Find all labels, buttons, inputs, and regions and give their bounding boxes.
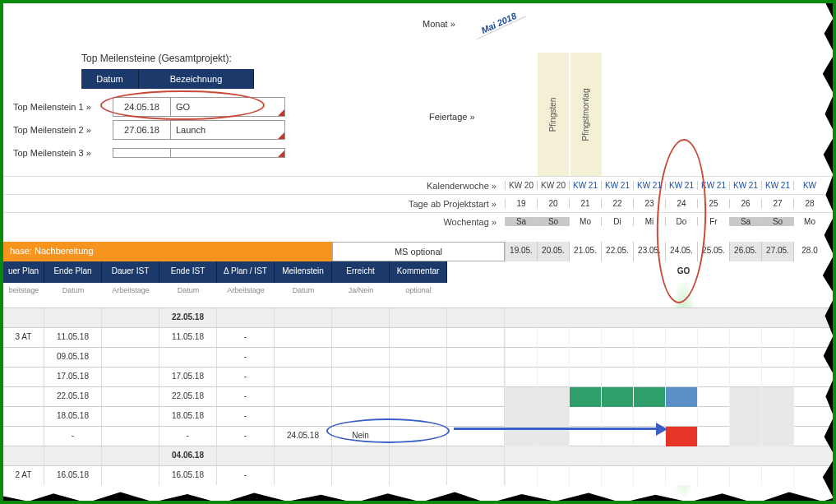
date-cell[interactable]: 23.05.	[633, 242, 665, 261]
gantt-cell[interactable]	[793, 348, 825, 368]
gantt-cell[interactable]	[665, 387, 697, 407]
task-cell[interactable]	[447, 368, 505, 386]
task-cell[interactable]: -	[217, 407, 275, 426]
task-cell[interactable]	[275, 368, 332, 386]
task-cell[interactable]	[275, 328, 332, 347]
task-cell[interactable]	[332, 407, 390, 426]
task-cell[interactable]	[275, 407, 332, 426]
task-cell[interactable]: 2 AT	[3, 466, 44, 485]
calendar-cell[interactable]: KW 21	[569, 181, 601, 190]
gantt-cell[interactable]	[793, 407, 825, 427]
gantt-cell[interactable]	[665, 368, 697, 387]
calendar-cell[interactable]: Sa	[505, 217, 537, 226]
milestone-date-cell[interactable]	[113, 148, 170, 158]
gantt-cell[interactable]	[505, 407, 537, 427]
gantt-cell[interactable]	[505, 348, 537, 368]
gantt-cell[interactable]	[505, 368, 537, 387]
date-cell[interactable]: 21.05.	[569, 242, 601, 261]
task-cell[interactable]: 17.05.18	[159, 368, 217, 386]
task-cell[interactable]	[390, 407, 447, 426]
gantt-cell[interactable]	[569, 328, 601, 348]
task-cell[interactable]	[447, 407, 505, 426]
gantt-cell[interactable]	[729, 427, 761, 446]
task-cell[interactable]	[332, 308, 390, 327]
calendar-cell[interactable]: KW 21	[729, 181, 761, 190]
gantt-cell[interactable]	[793, 368, 825, 387]
gantt-cell[interactable]	[505, 466, 537, 486]
task-cell[interactable]	[102, 328, 159, 347]
task-cell[interactable]	[332, 368, 390, 386]
gantt-cell[interactable]	[729, 466, 761, 486]
gantt-cell[interactable]	[729, 407, 761, 427]
gantt-cell[interactable]	[665, 308, 697, 328]
gantt-cell[interactable]	[505, 328, 537, 348]
gantt-cell[interactable]	[793, 387, 825, 407]
calendar-cell[interactable]: KW	[793, 181, 825, 190]
gantt-cell[interactable]	[729, 328, 761, 348]
calendar-cell[interactable]: Fr	[697, 217, 729, 226]
gantt-cell[interactable]	[697, 407, 729, 427]
gantt-cell[interactable]	[761, 328, 793, 348]
task-cell[interactable]: -	[217, 427, 275, 446]
task-cell[interactable]	[332, 328, 390, 347]
task-cell[interactable]: 11.05.18	[44, 328, 102, 347]
task-cell[interactable]: 22.05.18	[159, 308, 217, 327]
calendar-cell[interactable]: KW 21	[697, 181, 729, 190]
gantt-cell[interactable]	[793, 446, 825, 466]
calendar-cell[interactable]: KW 21	[633, 181, 665, 190]
task-cell[interactable]	[390, 308, 447, 327]
gantt-cell[interactable]	[601, 308, 633, 328]
task-cell[interactable]: 11.05.18	[159, 328, 217, 347]
gantt-cell[interactable]	[697, 427, 729, 446]
task-cell[interactable]	[3, 407, 44, 426]
calendar-cell[interactable]: 28	[793, 199, 825, 208]
date-cell[interactable]: 22.05.	[601, 242, 633, 261]
task-cell[interactable]	[275, 348, 332, 367]
task-cell[interactable]: 04.06.18	[159, 446, 217, 465]
task-cell[interactable]	[390, 348, 447, 367]
gantt-cell[interactable]	[569, 407, 601, 427]
task-cell[interactable]: 3 AT	[3, 328, 44, 347]
task-cell[interactable]: -	[217, 466, 275, 485]
gantt-cell[interactable]	[665, 427, 697, 446]
gantt-cell[interactable]	[793, 427, 825, 446]
calendar-cell[interactable]: 25	[697, 199, 729, 208]
gantt-cell[interactable]	[761, 308, 793, 328]
calendar-cell[interactable]: KW 21	[761, 181, 793, 190]
gantt-cell[interactable]	[793, 328, 825, 348]
calendar-cell[interactable]: 20	[537, 199, 569, 208]
task-cell[interactable]	[3, 446, 44, 465]
task-cell[interactable]: 16.05.18	[44, 466, 102, 485]
task-cell[interactable]	[44, 308, 102, 327]
task-cell[interactable]: 24.05.18	[275, 427, 332, 446]
task-cell[interactable]	[447, 328, 505, 347]
gantt-cell[interactable]	[697, 466, 729, 486]
task-cell[interactable]	[390, 466, 447, 485]
calendar-cell[interactable]: 23	[633, 199, 665, 208]
milestone-name-cell[interactable]: GO	[170, 97, 285, 117]
gantt-cell[interactable]	[633, 328, 665, 348]
gantt-cell[interactable]	[697, 387, 729, 407]
gantt-cell[interactable]	[665, 446, 697, 466]
gantt-cell[interactable]	[761, 387, 793, 407]
gantt-cell[interactable]	[537, 407, 569, 427]
calendar-cell[interactable]: KW 20	[537, 181, 569, 190]
gantt-cell[interactable]	[665, 348, 697, 368]
task-cell[interactable]	[102, 466, 159, 485]
calendar-cell[interactable]: 24	[665, 199, 697, 208]
date-cell[interactable]: 28.0	[793, 242, 825, 261]
gantt-cell[interactable]	[729, 348, 761, 368]
gantt-cell[interactable]	[633, 387, 665, 407]
task-cell[interactable]	[275, 387, 332, 406]
task-cell[interactable]: 18.05.18	[159, 407, 217, 426]
task-cell[interactable]: -	[217, 368, 275, 386]
task-cell[interactable]	[390, 427, 447, 446]
task-cell[interactable]	[390, 446, 447, 465]
milestone-date-cell[interactable]: 27.06.18	[113, 120, 170, 140]
task-cell[interactable]	[3, 387, 44, 406]
gantt-cell[interactable]	[697, 446, 729, 466]
gantt-cell[interactable]	[729, 368, 761, 387]
gantt-cell[interactable]	[761, 446, 793, 466]
gantt-cell[interactable]	[633, 446, 665, 466]
gantt-cell[interactable]	[601, 387, 633, 407]
